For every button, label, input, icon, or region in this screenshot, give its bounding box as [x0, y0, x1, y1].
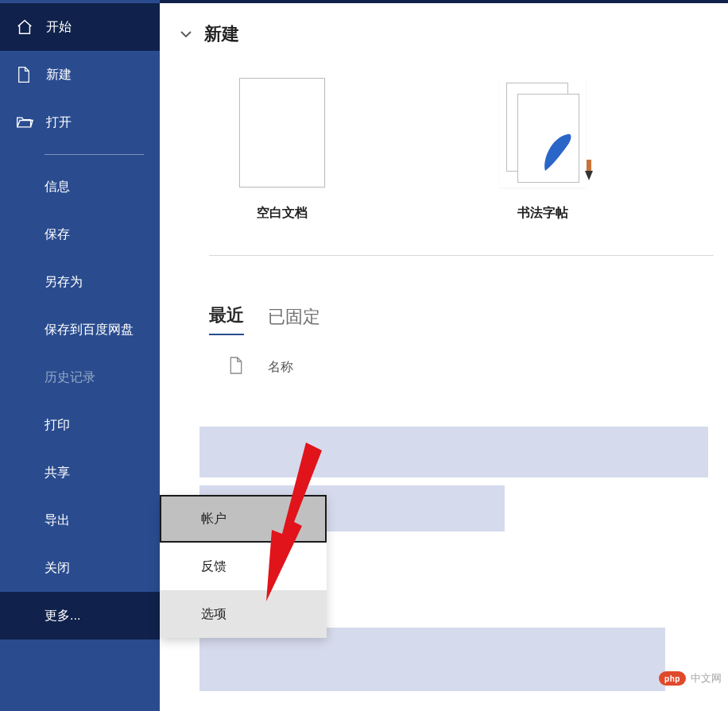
tab-pinned[interactable]: 已固定: [268, 305, 320, 335]
tab-label: 已固定: [268, 307, 320, 327]
sidebar-item-close[interactable]: 关闭: [0, 544, 160, 592]
sidebar-item-open[interactable]: 打开: [0, 99, 160, 146]
sidebar-label: 开始: [46, 19, 72, 36]
more-flyout: 帐户 反馈 选项: [160, 495, 327, 638]
flyout-item-account[interactable]: 帐户: [160, 495, 327, 543]
file-icon: [228, 356, 244, 378]
sidebar-item-new[interactable]: 新建: [0, 51, 160, 99]
template-blank-document[interactable]: 空白文档: [239, 78, 325, 222]
sidebar-label: 另存为: [45, 274, 83, 291]
sidebar: 开始 新建 打开 信息 保存 另存为 保存到百度网盘 历史记录 打印 共享 导出…: [0, 0, 160, 711]
templates-row: 空白文档 书法字帖: [160, 46, 728, 222]
sidebar-label: 打开: [46, 114, 72, 131]
section-title: 新建: [204, 22, 239, 46]
svg-rect-0: [587, 160, 591, 171]
sidebar-divider: [45, 154, 144, 155]
file-icon: [16, 66, 38, 83]
sidebar-item-save[interactable]: 保存: [0, 211, 160, 258]
chevron-down-icon: [179, 27, 193, 41]
sidebar-label: 共享: [45, 465, 70, 481]
flyout-label: 选项: [201, 606, 227, 623]
brush-icon: [582, 160, 596, 182]
sidebar-label: 打印: [45, 417, 70, 434]
sidebar-item-export[interactable]: 导出: [0, 497, 160, 544]
watermark-badge: php: [659, 671, 686, 686]
top-border: [160, 0, 728, 3]
sidebar-label: 历史记录: [45, 369, 95, 386]
home-icon: [16, 18, 38, 36]
recent-tabs: 最近 已固定: [160, 256, 728, 335]
template-label: 空白文档: [257, 205, 308, 222]
tab-recent[interactable]: 最近: [209, 303, 244, 335]
flyout-label: 帐户: [201, 511, 227, 527]
sidebar-item-more[interactable]: 更多...: [0, 592, 160, 640]
template-calligraphy[interactable]: 书法字帖: [500, 78, 586, 222]
sidebar-label: 关闭: [45, 560, 70, 577]
flyout-item-feedback[interactable]: 反馈: [160, 543, 327, 590]
sidebar-label: 保存到百度网盘: [45, 322, 134, 338]
sidebar-item-history: 历史记录: [0, 354, 160, 401]
sidebar-label: 导出: [45, 512, 70, 529]
sidebar-item-save-baidu[interactable]: 保存到百度网盘: [0, 306, 160, 354]
list-item[interactable]: [199, 427, 708, 477]
brush-stroke-icon: [540, 131, 577, 176]
column-name: 名称: [268, 359, 293, 376]
section-new-header[interactable]: 新建: [160, 0, 728, 46]
template-thumb-calligraphy: [500, 78, 586, 187]
template-thumb-blank: [239, 78, 325, 187]
sidebar-item-print[interactable]: 打印: [0, 401, 160, 449]
sidebar-label: 更多...: [45, 608, 80, 624]
sidebar-label: 信息: [45, 179, 70, 195]
sidebar-item-share[interactable]: 共享: [0, 449, 160, 497]
sidebar-label: 新建: [46, 67, 72, 83]
list-header: 名称: [160, 335, 728, 378]
tab-label: 最近: [209, 305, 244, 325]
sidebar-item-saveas[interactable]: 另存为: [0, 258, 160, 306]
sidebar-item-start[interactable]: 开始: [0, 3, 160, 51]
flyout-item-options[interactable]: 选项: [160, 590, 327, 638]
folder-open-icon: [16, 114, 38, 130]
template-label: 书法字帖: [517, 205, 568, 222]
watermark-text: 中文网: [691, 671, 722, 686]
watermark: php 中文网: [659, 671, 722, 686]
flyout-label: 反馈: [201, 558, 227, 575]
sidebar-item-info[interactable]: 信息: [0, 163, 160, 211]
sidebar-label: 保存: [45, 226, 70, 243]
